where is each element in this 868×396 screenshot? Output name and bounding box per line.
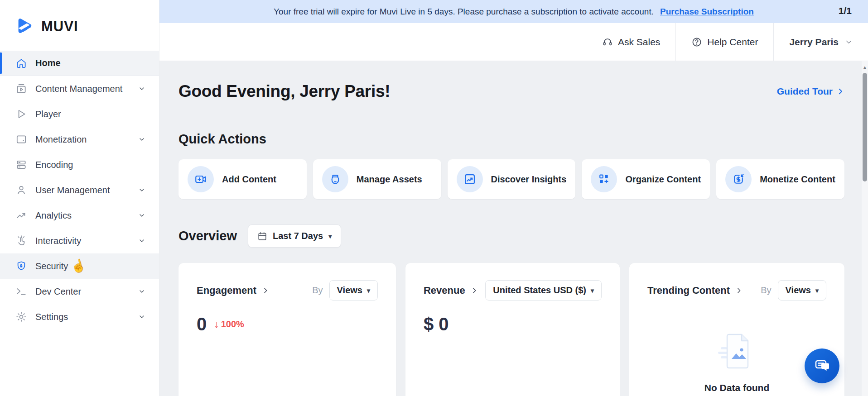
vertical-scrollbar[interactable]: ▲ (862, 61, 868, 396)
chevron-down-icon (845, 38, 853, 46)
sidebar: MUVI Home Content Management Player Mon (0, 0, 159, 396)
engagement-filter-dropdown[interactable]: Views ▾ (329, 280, 378, 301)
tap-hand-icon (15, 235, 27, 247)
sidebar-item-analytics[interactable]: Analytics (0, 203, 159, 228)
help-center-button[interactable]: Help Center (675, 23, 773, 61)
trial-message: Your free trial will expire for Muvi Liv… (274, 7, 654, 17)
dropdown-arrow-icon: ▾ (328, 233, 332, 240)
sidebar-item-encoding[interactable]: Encoding (0, 152, 159, 177)
user-menu[interactable]: Jerry Paris (773, 23, 868, 61)
chevron-down-icon (138, 85, 145, 92)
sidebar-item-settings[interactable]: Settings (0, 304, 159, 329)
no-data-text: No Data found (704, 382, 769, 393)
chevron-down-icon (138, 313, 145, 320)
revenue-value: $ 0 (424, 314, 449, 334)
dollar-square-icon (725, 166, 752, 192)
arrow-down-icon: ↓ (214, 318, 219, 330)
trending-up-icon (15, 210, 27, 221)
content-management-icon (15, 83, 27, 95)
scrollbar-thumb[interactable] (863, 73, 867, 181)
chat-fab-button[interactable] (805, 348, 839, 383)
quick-action-label: Monetize Content (760, 174, 835, 185)
sidebar-item-dev-center[interactable]: Dev Center (0, 279, 159, 304)
sidebar-item-label: Player (35, 109, 61, 119)
sidebar-item-label: Interactivity (35, 236, 81, 246)
trending-title-link[interactable]: Trending Content (647, 285, 743, 296)
sidebar-item-label: Content Management (35, 84, 122, 94)
sidebar-item-label: Security (35, 261, 68, 272)
chevron-right-icon (836, 87, 844, 95)
overview-cards: Engagement By Views ▾ 0 ↓ 100% (178, 263, 844, 396)
sidebar-item-label: Monetization (35, 134, 87, 145)
sidebar-item-label: Home (35, 58, 61, 68)
date-range-dropdown[interactable]: Last 7 Days ▾ (248, 224, 341, 248)
currency-dropdown[interactable]: United States USD ($) ▾ (485, 280, 602, 301)
scroll-up-arrow-icon[interactable]: ▲ (862, 65, 868, 70)
engagement-filter-value: Views (337, 285, 362, 296)
sidebar-item-label: Dev Center (35, 286, 81, 297)
shield-lock-icon (15, 260, 27, 272)
play-icon (15, 108, 27, 120)
chevron-right-icon (735, 287, 743, 294)
top-header: Ask Sales Help Center Jerry Paris (159, 23, 868, 61)
trending-title: Trending Content (647, 285, 730, 296)
quick-action-label: Discover Insights (491, 174, 567, 185)
dropdown-arrow-icon: ▾ (367, 287, 370, 294)
revenue-card: Revenue United States USD ($) ▾ $ 0 (405, 263, 620, 396)
revenue-title-link[interactable]: Revenue (424, 285, 478, 296)
gear-icon (15, 311, 27, 323)
wallet-icon (15, 134, 27, 145)
ask-sales-button[interactable]: Ask Sales (587, 23, 675, 61)
sidebar-item-interactivity[interactable]: Interactivity (0, 228, 159, 253)
monetize-content-card[interactable]: Monetize Content (716, 159, 844, 199)
user-name: Jerry Paris (789, 37, 839, 48)
banner-pagination: 1/1 (839, 5, 852, 16)
trending-filter-dropdown[interactable]: Views ▾ (778, 280, 826, 301)
chevron-down-icon (138, 212, 145, 219)
quick-actions-title: Quick Actions (178, 132, 844, 147)
server-icon (15, 159, 27, 171)
chevron-right-icon (471, 287, 478, 294)
sidebar-item-monetization[interactable]: Monetization (0, 127, 159, 152)
page-greeting: Good Evening, Jerry Paris! (178, 82, 390, 101)
chart-line-icon (457, 166, 483, 192)
guided-tour-link[interactable]: Guided Tour (777, 86, 844, 97)
sidebar-item-label: Analytics (35, 210, 72, 221)
video-plus-icon (188, 166, 214, 192)
sidebar-item-home[interactable]: Home (0, 51, 159, 76)
purchase-subscription-link[interactable]: Purchase Subscription (660, 7, 754, 17)
revenue-title: Revenue (424, 285, 465, 296)
user-icon (15, 184, 27, 196)
sidebar-item-security[interactable]: Security ☝ (0, 253, 159, 279)
engagement-delta-value: 100% (221, 319, 244, 329)
discover-insights-card[interactable]: Discover Insights (448, 159, 576, 199)
engagement-delta: ↓ 100% (214, 318, 244, 330)
manage-assets-card[interactable]: Manage Assets (313, 159, 441, 199)
muvi-logo-icon (14, 16, 35, 37)
engagement-sparkline-chart (198, 393, 379, 396)
asset-box-icon (322, 166, 348, 192)
grid-plus-icon (591, 166, 617, 192)
muvi-logo[interactable]: MUVI (0, 0, 159, 37)
quick-action-label: Add Content (222, 174, 276, 185)
home-icon (15, 57, 27, 69)
overview-title: Overview (178, 229, 237, 243)
trial-banner: Your free trial will expire for Muvi Liv… (159, 0, 868, 23)
currency-value: United States USD ($) (493, 285, 586, 296)
sidebar-item-content-management[interactable]: Content Management (0, 76, 159, 101)
date-range-label: Last 7 Days (273, 231, 323, 241)
sidebar-item-label: User Management (35, 185, 110, 196)
by-label: By (312, 285, 323, 296)
mouse-cursor-icon: ☝ (69, 258, 87, 274)
engagement-title-link[interactable]: Engagement (197, 285, 269, 296)
organize-content-card[interactable]: Organize Content (582, 159, 710, 199)
sidebar-item-label: Settings (35, 312, 68, 322)
sidebar-item-player[interactable]: Player (0, 101, 159, 127)
dropdown-arrow-icon: ▾ (591, 287, 594, 294)
add-content-card[interactable]: Add Content (178, 159, 307, 199)
help-circle-icon (691, 37, 702, 48)
no-data-illustration (716, 331, 757, 372)
guided-tour-label: Guided Tour (777, 86, 833, 97)
chevron-down-icon (138, 186, 145, 194)
sidebar-item-user-management[interactable]: User Management (0, 177, 159, 203)
